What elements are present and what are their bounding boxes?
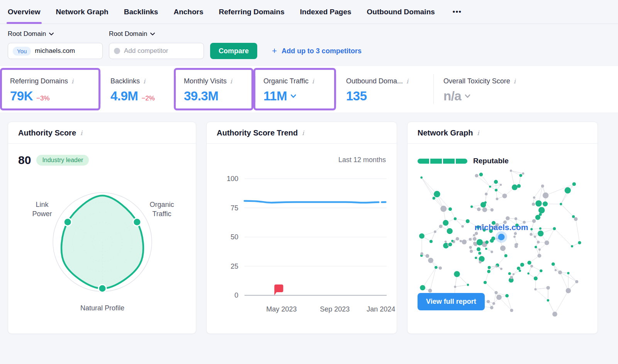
center-node [498, 234, 505, 240]
network-node [552, 312, 557, 317]
network-node [495, 189, 497, 191]
scope-selector-main[interactable]: Root Domain [8, 30, 103, 38]
network-node [512, 185, 518, 190]
metric-value: 4.9M [110, 89, 138, 103]
network-node [538, 230, 543, 236]
tab-overview[interactable]: Overview [8, 0, 41, 24]
you-badge: You [13, 47, 31, 56]
radar-axis-dot [98, 284, 106, 292]
network-node [517, 184, 521, 188]
network-node [473, 234, 475, 236]
chevron-down-icon[interactable] [290, 94, 296, 98]
trend-y-tick: 75 [231, 204, 238, 212]
network-node [543, 193, 548, 198]
chevron-down-icon [150, 32, 155, 36]
trend-x-tick: Sep 2023 [320, 305, 350, 313]
authority-score-body: 80 Industry leader LinkPowerOrganicTraff… [8, 144, 196, 321]
network-node [491, 237, 495, 240]
tab-referring-domains[interactable]: Referring Domains [219, 0, 285, 24]
info-icon[interactable]: i [312, 78, 314, 85]
network-node [540, 210, 543, 213]
network-node [538, 249, 541, 251]
tab-anchors[interactable]: Anchors [173, 0, 203, 24]
network-node [479, 173, 483, 176]
network-node [487, 270, 491, 273]
score-row: 80 Industry leader [18, 154, 186, 167]
metric-label-text: Overall Toxicity Score [443, 77, 510, 85]
network-node [535, 200, 542, 207]
trend-y-tick: 100 [227, 175, 238, 183]
more-menu-icon[interactable]: ••• [450, 6, 464, 17]
network-node [496, 198, 499, 200]
network-node [566, 288, 571, 293]
network-node [502, 194, 507, 198]
view-full-report-button[interactable]: View full report [418, 293, 485, 310]
scope-selector-competitor[interactable]: Root Domain [109, 30, 204, 38]
network-node [558, 271, 562, 274]
authority-score-header: Authority Score i [8, 122, 196, 144]
network-node [578, 241, 581, 244]
network-node [433, 197, 435, 200]
network-node [475, 232, 478, 235]
metrics-row: Referring Domainsi79K−3%Backlinksi4.9M−2… [0, 66, 618, 112]
meter-segment [418, 159, 429, 164]
info-icon[interactable]: i [302, 130, 304, 136]
network-node [541, 185, 544, 188]
network-node [485, 240, 489, 244]
network-node [534, 276, 538, 280]
network-node [475, 174, 479, 178]
meter-segment [443, 159, 455, 164]
network-node [519, 270, 521, 272]
radar-axis-label: LinkPower [32, 201, 52, 218]
network-node [440, 206, 447, 212]
network-node [534, 288, 537, 290]
trend-body: Last 12 months 0255075100May 2023Sep 202… [207, 144, 397, 324]
network-node [574, 217, 578, 221]
info-icon[interactable]: i [71, 78, 73, 85]
network-node [527, 261, 531, 265]
network-node [430, 240, 433, 243]
top-nav: OverviewNetwork GraphBacklinksAnchorsRef… [0, 0, 618, 24]
network-node [456, 237, 459, 240]
info-icon[interactable]: i [80, 130, 82, 136]
info-icon[interactable]: i [477, 130, 479, 136]
competitor-input[interactable] [124, 47, 199, 55]
network-node [434, 230, 436, 233]
range-label: Last 12 months [217, 156, 386, 164]
network-node [553, 227, 556, 230]
metric-label: Organic Traffici [263, 77, 326, 85]
tab-outbound-domains[interactable]: Outbound Domains [367, 0, 435, 24]
network-node [496, 295, 502, 300]
reputation-legend: Reputable [418, 157, 587, 165]
card-title: Network Graph [418, 129, 473, 137]
meter-segment [430, 159, 442, 164]
network-node [470, 205, 473, 208]
info-icon[interactable]: i [230, 78, 232, 85]
network-node [500, 268, 503, 270]
add-competitors-link[interactable]: + Add up to 3 competitors [272, 47, 362, 55]
tab-indexed-pages[interactable]: Indexed Pages [300, 0, 351, 24]
metric-label-text: Outbound Doma... [346, 77, 403, 85]
main-domain-input[interactable]: You michaels.com [8, 43, 103, 59]
network-node [533, 196, 535, 199]
radar-area [61, 196, 143, 289]
network-node [494, 180, 498, 184]
chevron-down-icon[interactable] [465, 94, 470, 98]
network-node [477, 208, 480, 211]
info-icon[interactable]: i [514, 78, 516, 85]
network-node [492, 302, 495, 305]
tab-backlinks[interactable]: Backlinks [124, 0, 158, 24]
network-node [435, 266, 438, 269]
compare-button[interactable]: Compare [210, 43, 257, 59]
metric-value-row: 79K−3% [10, 89, 90, 103]
metric-label-text: Backlinks [110, 77, 140, 85]
metric-delta: −2% [141, 95, 155, 102]
flag-marker-icon [274, 284, 283, 292]
network-node [565, 187, 571, 193]
metric-outbound-doma: Outbound Doma...i135 [336, 68, 433, 110]
tab-network-graph[interactable]: Network Graph [56, 0, 109, 24]
info-icon[interactable]: i [143, 78, 145, 85]
info-icon[interactable]: i [406, 78, 408, 85]
trend-header: Authority Score Trend i [207, 122, 397, 144]
trend-x-tick: May 2023 [266, 305, 297, 313]
